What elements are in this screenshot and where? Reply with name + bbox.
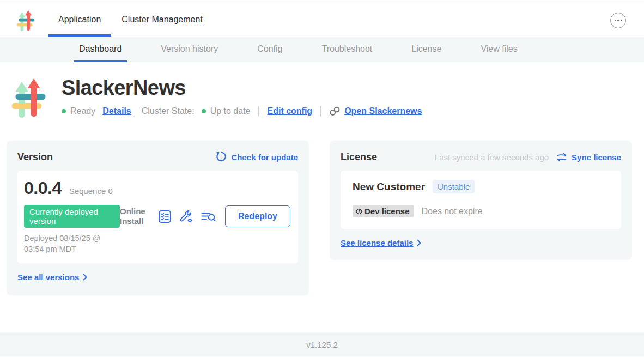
chain-link-icon xyxy=(329,106,341,116)
deployed-badge: Currently deployed version xyxy=(24,205,120,228)
license-expiry: Does not expire xyxy=(422,207,483,216)
version-info: 0.0.4 Sequence 0 Currently deployed vers… xyxy=(24,178,120,255)
subnav-tab-troubleshoot-label: Troubleshoot xyxy=(321,44,372,54)
channel-badge: Unstable xyxy=(433,180,475,193)
app-header: SlackerNews Ready Details Cluster State:… xyxy=(0,77,644,119)
app-status-row: Ready Details Cluster State: Up to date … xyxy=(62,106,422,117)
app-logo-icon xyxy=(16,10,35,32)
license-type-label: Dev license xyxy=(364,207,410,216)
cluster-state-value: Up to date xyxy=(210,106,251,116)
topbar-tabs: Application Cluster Management xyxy=(48,4,213,37)
tab-cluster-management-label: Cluster Management xyxy=(121,15,203,25)
divider xyxy=(320,106,321,117)
sync-license-link[interactable]: Sync license xyxy=(572,153,621,162)
version-number: 0.0.4 xyxy=(24,178,62,198)
tab-cluster-management[interactable]: Cluster Management xyxy=(111,4,213,37)
license-card-title: License xyxy=(341,152,377,163)
dashboard-cards: Version Check for update 0.0.4 Sequence … xyxy=(0,119,644,295)
page-title: SlackerNews xyxy=(62,77,422,99)
chevron-right-icon xyxy=(83,274,88,281)
ellipsis-icon xyxy=(615,20,616,21)
config-wrench-gear-icon[interactable] xyxy=(179,210,193,223)
topbar: Application Cluster Management xyxy=(0,4,644,37)
version-card-title: Version xyxy=(17,152,53,163)
sync-arrows-icon xyxy=(556,153,567,162)
tab-application-label: Application xyxy=(58,15,101,25)
refresh-icon xyxy=(215,152,227,163)
license-type-badge: Dev license xyxy=(353,205,414,217)
version-card: Version Check for update 0.0.4 Sequence … xyxy=(7,141,309,295)
console-version-label: v1.125.2 xyxy=(306,340,338,349)
last-synced-label: Last synced a few seconds ago xyxy=(435,153,549,162)
app-subnav: Dashboard Version history Config Trouble… xyxy=(0,37,644,62)
subnav-tab-version-history[interactable]: Version history xyxy=(155,37,223,62)
subnav-tab-dashboard-label: Dashboard xyxy=(79,44,121,54)
status-details-link[interactable]: Details xyxy=(102,106,131,116)
app-status-label: Ready xyxy=(70,106,95,116)
see-all-versions-label: See all versions xyxy=(17,273,79,282)
see-all-versions-link[interactable]: See all versions xyxy=(17,273,88,282)
redeploy-button[interactable]: Redeploy xyxy=(225,205,290,227)
open-app-link[interactable]: Open Slackernews xyxy=(344,106,422,116)
top-strip xyxy=(0,0,644,4)
see-license-details-link[interactable]: See license details xyxy=(341,238,422,247)
current-version-panel: 0.0.4 Sequence 0 Currently deployed vers… xyxy=(17,171,298,263)
app-logo-large-icon xyxy=(11,77,46,119)
subnav-tab-license[interactable]: License xyxy=(406,37,447,62)
install-type-label: Online Install xyxy=(120,207,149,226)
app-status-dot xyxy=(62,109,66,113)
license-card: License Last synced a few seconds ago Sy… xyxy=(330,141,632,260)
more-menu-button[interactable] xyxy=(610,13,626,28)
preflight-checks-icon[interactable] xyxy=(159,210,171,223)
subnav-tab-troubleshoot[interactable]: Troubleshoot xyxy=(316,37,378,62)
chevron-right-icon xyxy=(417,239,422,246)
license-panel: New Customer Unstable Dev license Does n… xyxy=(341,171,621,229)
subnav-tab-license-label: License xyxy=(411,44,441,54)
see-license-details-label: See license details xyxy=(341,238,413,247)
subnav-tab-config[interactable]: Config xyxy=(252,37,288,62)
divider xyxy=(258,106,259,117)
version-actions: Online Install Redeploy xyxy=(120,205,290,227)
subnav-tab-config-label: Config xyxy=(257,44,282,54)
sequence-label: Sequence 0 xyxy=(69,186,113,196)
subnav-tab-view-files[interactable]: View files xyxy=(475,37,523,62)
footer: v1.125.2 xyxy=(0,332,644,356)
subnav-tab-version-history-label: Version history xyxy=(161,44,218,54)
edit-config-link[interactable]: Edit config xyxy=(267,106,312,116)
subnav-tab-view-files-label: View files xyxy=(481,44,517,54)
code-icon xyxy=(355,208,363,215)
customer-name: New Customer xyxy=(353,181,425,193)
view-logs-icon[interactable] xyxy=(201,211,216,222)
cluster-state-label: Cluster State: xyxy=(142,106,195,116)
main-content: SlackerNews Ready Details Cluster State:… xyxy=(0,62,644,332)
cluster-state-dot xyxy=(202,109,206,113)
check-for-update-link[interactable]: Check for update xyxy=(231,153,298,162)
tab-application[interactable]: Application xyxy=(48,4,111,37)
subnav-tab-dashboard[interactable]: Dashboard xyxy=(74,37,127,62)
deployed-timestamp: Deployed 08/15/25 @ 03:54 pm MDT xyxy=(24,233,120,255)
